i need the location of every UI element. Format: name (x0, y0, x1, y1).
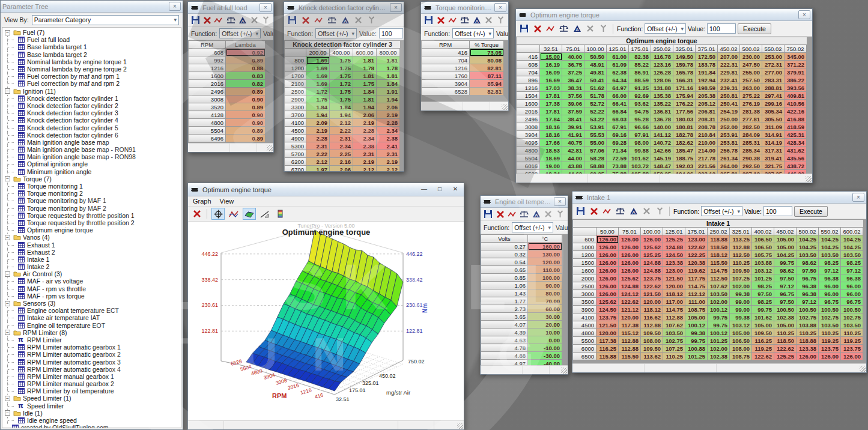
menu-graph[interactable]: Graph (193, 198, 211, 205)
row-header[interactable]: 704 (517, 68, 540, 76)
table-cell[interactable]: 60.00 (528, 305, 562, 313)
table-cell[interactable]: 1.69 (306, 80, 330, 88)
table-cell[interactable]: 2.12 (330, 119, 353, 127)
table-cell[interactable]: 128.06 (651, 76, 673, 84)
table-cell[interactable]: 94.75 (629, 108, 651, 115)
table-cell[interactable]: 72.59 (607, 154, 629, 162)
row-header[interactable]: 6016 (517, 162, 540, 170)
table-cell[interactable]: 119.62 (685, 267, 708, 274)
table-cell[interactable]: 410.56 (785, 100, 807, 108)
row-header[interactable]: 4500 (573, 321, 596, 329)
row-header[interactable]: 608 (189, 49, 226, 56)
table-cell[interactable]: 39.91 (562, 123, 584, 131)
table-cell[interactable]: 52.72 (584, 100, 607, 108)
table-cell[interactable]: 18.53 (540, 147, 562, 154)
tree-item[interactable]: Knock detection factor cylinder 5 (5, 124, 181, 131)
table-cell[interactable]: 222.31 (718, 61, 740, 68)
table-cell[interactable]: 125.25 (641, 251, 663, 259)
corner-header[interactable] (285, 49, 306, 56)
row-header[interactable]: 6700 (285, 166, 306, 172)
table-cell[interactable]: 103.12 (730, 321, 752, 329)
table-cell[interactable]: 136.78 (651, 115, 673, 123)
table-cell[interactable]: 100.50 (819, 306, 841, 313)
table-cell[interactable]: 2.41 (377, 142, 400, 150)
table-cell[interactable]: 435.56 (785, 154, 807, 162)
table-cell[interactable]: 64.97 (607, 84, 629, 92)
table-cell[interactable]: 105.00 (685, 313, 708, 321)
table-cell[interactable]: 120.00 (596, 329, 619, 337)
table-cell[interactable]: 264.00 (718, 162, 740, 170)
column-header[interactable]: 175.01 (629, 45, 651, 53)
table-cell[interactable]: 122.62 (752, 353, 774, 360)
table-cell[interactable]: 100.50 (797, 306, 819, 313)
table-cell[interactable]: 122.62 (685, 243, 708, 251)
table-cell[interactable]: 126.00 (819, 353, 841, 360)
row-header[interactable]: 4.97 (481, 360, 528, 366)
table-cell[interactable]: 185.47 (673, 147, 696, 154)
table-cell[interactable]: 97.12 (774, 282, 797, 290)
table-cell[interactable]: 107.62 (663, 321, 685, 329)
table-cell[interactable]: 109.50 (641, 329, 663, 337)
table-cell[interactable]: 16.19 (540, 61, 562, 68)
table-cell[interactable]: 103.50 (663, 329, 685, 337)
table-cell[interactable]: 123.75 (841, 345, 863, 353)
tree-item[interactable]: Exhaust 2 (5, 249, 181, 256)
table-cell[interactable]: 125.25 (774, 353, 797, 360)
row-header[interactable]: 896 (517, 76, 540, 84)
trace-icon[interactable] (601, 206, 613, 217)
row-header[interactable]: 1.06 (481, 282, 528, 289)
trace-icon[interactable] (448, 15, 458, 26)
table-cell[interactable]: 115.50 (619, 353, 641, 360)
row-header[interactable]: 3500 (573, 298, 596, 306)
table-cell[interactable]: 17.81 (540, 108, 562, 115)
pan-crosshair-icon[interactable] (211, 208, 225, 220)
table-cell[interactable]: 116.62 (641, 313, 663, 321)
table-cell[interactable]: 177.56 (673, 108, 696, 115)
function-select[interactable]: Offset (+/-)▾ (645, 23, 686, 34)
table-cell[interactable]: 393.56 (785, 84, 807, 92)
table-cell[interactable]: 96.00 (819, 282, 841, 290)
row-header[interactable]: 0.54 (481, 258, 528, 266)
tree-item[interactable]: π RPM Limiter (5, 336, 181, 344)
value-input[interactable] (379, 28, 403, 38)
table-cell[interactable]: 37.59 (562, 108, 584, 115)
tree-item[interactable]: Nominal lambda by engine torque 1 (5, 58, 181, 65)
row-header[interactable]: 2900 (285, 95, 306, 103)
table-cell[interactable]: 1.72 (306, 88, 330, 95)
table-cell[interactable]: 99.75 (774, 259, 797, 267)
table-cell[interactable]: 107.25 (730, 274, 752, 282)
table-cell[interactable]: 165.78 (673, 68, 696, 76)
table-cell[interactable]: 126.00 (619, 267, 641, 274)
table-cell[interactable]: 299.16 (762, 100, 785, 108)
table-cell[interactable]: 305.50 (762, 115, 785, 123)
table-cell[interactable]: 126.00 (596, 267, 619, 274)
table-cell[interactable]: 282.50 (740, 123, 762, 131)
table-cell[interactable]: 112.50 (708, 274, 730, 282)
row-header[interactable]: 3700 (285, 111, 306, 119)
table-cell[interactable]: 250.81 (718, 92, 740, 100)
table-cell[interactable]: 123.75 (596, 313, 619, 321)
table-cell[interactable]: 117.00 (663, 298, 685, 306)
table-cell[interactable]: 180.03 (673, 115, 696, 123)
table-cell[interactable]: 80.00 (528, 289, 562, 297)
table-cell[interactable]: 160.00 (528, 243, 562, 250)
table-cell[interactable]: 0.83 (226, 72, 266, 80)
table-cell[interactable]: 36.75 (562, 61, 584, 68)
close-icon[interactable]: × (798, 10, 810, 19)
table-cell[interactable]: 126.00 (596, 243, 619, 251)
table-cell[interactable]: 97.50 (774, 274, 797, 282)
row-header[interactable]: 0.85 (481, 274, 528, 282)
row-header[interactable]: 4800 (573, 329, 596, 337)
table-cell[interactable]: 55.00 (584, 139, 607, 147)
table-cell[interactable]: 124.88 (663, 243, 685, 251)
row-header[interactable]: 1600 (573, 267, 596, 274)
row-header[interactable]: 6000 (573, 345, 596, 353)
table-cell[interactable]: 99.38 (730, 290, 752, 298)
table-cell[interactable]: 148.47 (651, 162, 673, 170)
table-cell[interactable]: 16.69 (540, 76, 562, 84)
compare-scales-icon[interactable] (519, 209, 529, 220)
table-cell[interactable]: 112.88 (730, 243, 752, 251)
table-cell[interactable]: 38.41 (562, 115, 584, 123)
table-cell[interactable]: 1.69 (306, 56, 330, 64)
table-cell[interactable]: 317.31 (762, 147, 785, 154)
